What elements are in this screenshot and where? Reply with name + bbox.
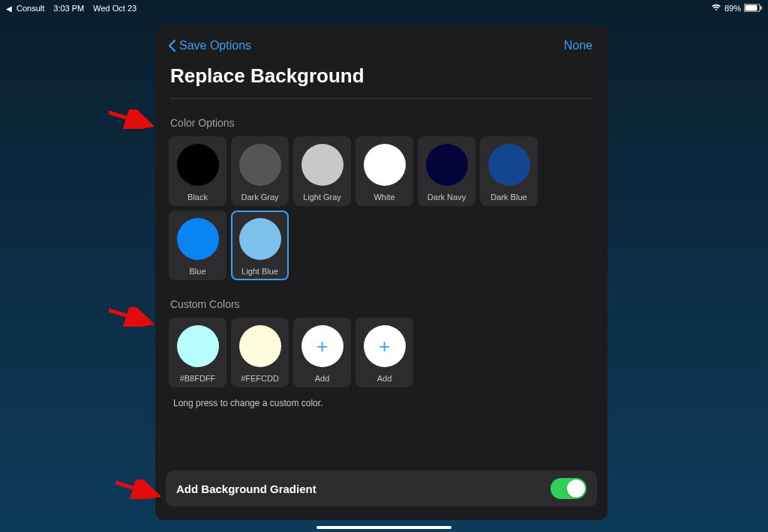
color-swatch-dark-blue[interactable]: Dark Blue [480, 136, 538, 206]
swatch-label: Add [315, 374, 330, 383]
custom-colors-label: Custom Colors [155, 280, 608, 318]
swatch-label: White [374, 193, 394, 202]
color-swatch-black[interactable]: Black [169, 136, 226, 206]
annotation-arrow-icon [116, 480, 160, 499]
swatch-label: Add [377, 374, 392, 383]
svg-rect-2 [760, 6, 762, 10]
annotation-arrow-icon [109, 109, 154, 129]
color-swatch-light-blue[interactable]: Light Blue [231, 211, 289, 280]
swatch-circle [488, 144, 530, 186]
swatch-circle [177, 218, 219, 260]
swatch-label: #B8FDFF [180, 374, 216, 383]
plus-icon: + [364, 325, 406, 367]
svg-line-5 [116, 483, 154, 495]
color-options-label: Color Options [155, 99, 608, 136]
color-options-grid: BlackDark GrayLight GrayWhiteDark NavyDa… [155, 136, 608, 280]
swatch-circle [239, 144, 281, 186]
back-label: Save Options [179, 39, 251, 52]
swatch-circle [239, 218, 281, 260]
swatch-label: Dark Blue [490, 193, 526, 202]
chevron-left-icon [167, 39, 176, 52]
page-title: Replace Background [155, 60, 608, 98]
gradient-toggle-switch[interactable] [550, 478, 586, 499]
swatch-circle [177, 325, 219, 367]
status-bar: ◀ Consult 3:03 PM Wed Oct 23 89% [0, 0, 768, 16]
svg-line-3 [109, 112, 148, 124]
status-app-name: Consult [16, 4, 44, 13]
swatch-circle [364, 144, 406, 186]
status-date: Wed Oct 23 [93, 4, 136, 13]
swatch-label: Dark Navy [428, 193, 466, 202]
home-indicator[interactable] [316, 526, 452, 529]
status-time: 3:03 PM [53, 4, 84, 13]
swatch-circle [239, 325, 281, 367]
wifi-icon [711, 4, 722, 13]
swatch-label: Light Blue [242, 267, 278, 276]
color-swatch-light-gray[interactable]: Light Gray [293, 136, 351, 206]
gradient-toggle-label: Add Background Gradient [176, 483, 316, 495]
swatch-circle [426, 144, 468, 186]
swatch-label: Dark Gray [241, 193, 278, 202]
custom-hint: Long press to change a custom color. [155, 387, 608, 408]
swatch-circle [177, 144, 219, 186]
svg-rect-1 [746, 4, 758, 10]
swatch-circle [302, 144, 344, 186]
add-custom-color[interactable]: +Add [356, 318, 413, 387]
status-battery-pct: 89% [724, 4, 741, 13]
custom-colors-grid: #B8FDFF#FEFCDD+Add+Add [155, 318, 608, 387]
color-swatch-blue[interactable]: Blue [169, 211, 226, 280]
plus-icon: + [302, 325, 344, 367]
gradient-toggle-row: Add Background Gradient [166, 471, 597, 507]
color-swatch-white[interactable]: White [356, 136, 413, 206]
none-button[interactable]: None [564, 39, 592, 52]
color-swatch-dark-gray[interactable]: Dark Gray [231, 136, 289, 206]
annotation-arrow-icon [109, 307, 154, 327]
custom-swatch-1[interactable]: #FEFCDD [231, 318, 289, 387]
swatch-label: #FEFCDD [241, 374, 279, 383]
add-custom-color[interactable]: +Add [293, 318, 351, 387]
custom-swatch-0[interactable]: #B8FDFF [169, 318, 226, 387]
swatch-label: Black [188, 193, 208, 202]
settings-panel: Save Options None Replace Background Col… [155, 25, 608, 520]
battery-icon [744, 4, 762, 13]
svg-line-4 [109, 310, 148, 322]
swatch-label: Light Gray [303, 193, 341, 202]
panel-header: Save Options None [155, 25, 608, 60]
color-swatch-dark-navy[interactable]: Dark Navy [418, 136, 476, 206]
back-button[interactable]: Save Options [167, 39, 251, 52]
switch-knob [567, 480, 585, 498]
swatch-label: Blue [189, 267, 206, 276]
back-caret-icon: ◀ [6, 4, 12, 13]
